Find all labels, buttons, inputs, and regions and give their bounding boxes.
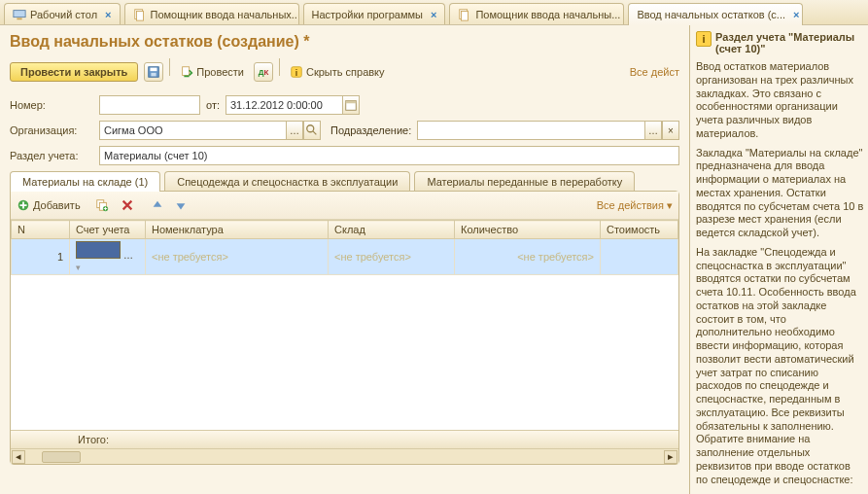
date-input-group: [226, 95, 360, 115]
post-icon: [180, 65, 193, 79]
doclist-icon: [133, 8, 147, 21]
date-input[interactable]: [226, 95, 342, 115]
hide-help-button[interactable]: i Скрыть справку: [286, 63, 389, 81]
account-select-button[interactable]: …: [123, 250, 133, 261]
add-icon: [17, 198, 30, 212]
calendar-icon: [344, 98, 358, 112]
sub-tabs: Материалы на складе (1) Спецодежда и спе…: [10, 171, 679, 192]
svg-rect-0: [14, 10, 25, 17]
number-input[interactable]: [99, 95, 200, 115]
account-editor[interactable]: [76, 241, 121, 259]
horizontal-scrollbar[interactable]: ◂ ▸: [11, 448, 678, 464]
desktop-icon: [13, 8, 26, 21]
tab-settings[interactable]: Настройки программы ×: [303, 3, 446, 24]
tab-desktop[interactable]: Рабочий стол ×: [4, 3, 121, 24]
grid-all-actions[interactable]: Все действия ▾: [597, 199, 673, 212]
tab-label: Ввод начальных остатков (с...: [637, 9, 785, 20]
window-tabs: Рабочий стол × Помощник ввода начальных.…: [0, 0, 868, 25]
col-nomen[interactable]: Номенклатура: [146, 221, 329, 239]
org-select-button[interactable]: …: [286, 121, 303, 140]
svg-line-15: [313, 131, 317, 135]
copy-row-button[interactable]: [92, 195, 112, 215]
all-actions-link[interactable]: Все дейст: [630, 66, 679, 78]
svg-rect-1: [17, 18, 21, 19]
tab-helper-1[interactable]: Помощник ввода начальных... ×: [124, 3, 299, 24]
svg-point-14: [307, 125, 314, 132]
dept-input[interactable]: [417, 121, 644, 140]
help-title: Раздел учета "Материалы (счет 10)": [715, 31, 864, 54]
info-icon: i: [290, 65, 303, 79]
form-toolbar: Провести и закрыть Провести ДК i Скрыть …: [10, 58, 679, 86]
section-input[interactable]: [99, 146, 679, 165]
subtab-materials-stock[interactable]: Материалы на складе (1): [10, 171, 160, 192]
cell-n[interactable]: 1: [12, 239, 70, 275]
add-row-button[interactable]: Добавить: [17, 198, 81, 212]
info-icon: i: [696, 31, 712, 47]
dept-input-group: … ×: [417, 121, 679, 140]
subtab-processing[interactable]: Материалы переданные в переработку: [414, 171, 635, 192]
org-input[interactable]: [99, 121, 286, 140]
table-row[interactable]: 1 … ▾ <не требуется> <не требуется> <не …: [12, 239, 678, 275]
move-down-button[interactable]: [172, 196, 190, 214]
arrow-down-icon: [174, 198, 188, 212]
col-qty[interactable]: Количество: [455, 221, 601, 239]
cell-nomen[interactable]: <не требуется>: [146, 239, 329, 275]
table-header-row: N Счет учета Номенклатура Склад Количест…: [12, 221, 678, 239]
tab-panel: Добавить Все действия ▾: [10, 191, 679, 465]
scroll-right-button[interactable]: ▸: [664, 450, 677, 464]
help-paragraph: На закладке "Спецодежда и спецоснастка в…: [696, 246, 864, 487]
org-label: Организация:: [10, 124, 93, 136]
dk-icon: ДК: [259, 69, 269, 76]
arrow-up-icon: [151, 198, 164, 212]
col-sklad[interactable]: Склад: [329, 221, 455, 239]
help-text: Ввод остатков материалов организован на …: [696, 60, 864, 486]
tab-helper-2[interactable]: Помощник ввода начальны... ×: [449, 3, 624, 24]
dept-select-button[interactable]: …: [644, 121, 662, 140]
svg-rect-13: [346, 101, 357, 104]
svg-rect-9: [183, 67, 190, 76]
help-paragraph: Ввод остатков материалов организован на …: [696, 60, 864, 141]
tab-label: Рабочий стол: [30, 9, 97, 20]
cell-cost[interactable]: [601, 239, 678, 275]
help-pane: i Раздел учета "Материалы (счет 10)" Вво…: [689, 25, 868, 494]
grid-footer: Итого:: [11, 430, 678, 448]
save-button[interactable]: [144, 62, 163, 82]
col-n[interactable]: N: [12, 221, 70, 239]
close-icon[interactable]: ×: [793, 9, 799, 20]
tab-label: Настройки программы: [312, 9, 423, 20]
post-and-close-button[interactable]: Провести и закрыть: [10, 62, 138, 82]
dept-label: Подразделение:: [330, 124, 411, 136]
from-label: от:: [206, 99, 220, 111]
add-label: Добавить: [33, 199, 81, 211]
tab-label: Помощник ввода начальных...: [151, 9, 299, 20]
scroll-left-button[interactable]: ◂: [12, 450, 25, 464]
tab-initial-balances[interactable]: Ввод начальных остатков (с... ×: [628, 3, 803, 25]
svg-rect-8: [152, 73, 156, 77]
post-label: Провести: [196, 66, 244, 78]
cell-qty[interactable]: <не требуется>: [455, 239, 601, 275]
org-open-button[interactable]: [303, 121, 321, 140]
close-icon[interactable]: ×: [431, 9, 436, 20]
separator: [169, 58, 170, 76]
col-account[interactable]: Счет учета: [70, 221, 146, 239]
move-up-button[interactable]: [149, 196, 166, 214]
copy-icon: [95, 198, 109, 212]
post-button[interactable]: Провести: [176, 63, 248, 81]
form-area: Ввод начальных остатков (создание) * Про…: [0, 25, 689, 494]
grid-all-actions-label: Все действия: [597, 199, 664, 211]
delete-row-button[interactable]: [118, 195, 137, 215]
doclist-icon: [458, 8, 471, 21]
delete-icon: [121, 198, 134, 212]
close-icon[interactable]: ×: [105, 9, 111, 20]
dept-clear-button[interactable]: ×: [662, 121, 679, 140]
cell-account[interactable]: … ▾: [70, 239, 146, 275]
col-cost[interactable]: Стоимость: [601, 221, 678, 239]
scroll-thumb[interactable]: [42, 451, 81, 463]
subtab-workwear[interactable]: Спецодежда и спецоснастка в эксплуатации: [164, 171, 410, 192]
svg-text:i: i: [295, 68, 297, 78]
account-clear-button[interactable]: ▾: [76, 263, 81, 272]
dk-button[interactable]: ДК: [254, 62, 273, 82]
cell-sklad[interactable]: <не требуется>: [329, 239, 455, 275]
section-label: Раздел учета:: [10, 150, 93, 161]
calendar-button[interactable]: [342, 95, 360, 115]
